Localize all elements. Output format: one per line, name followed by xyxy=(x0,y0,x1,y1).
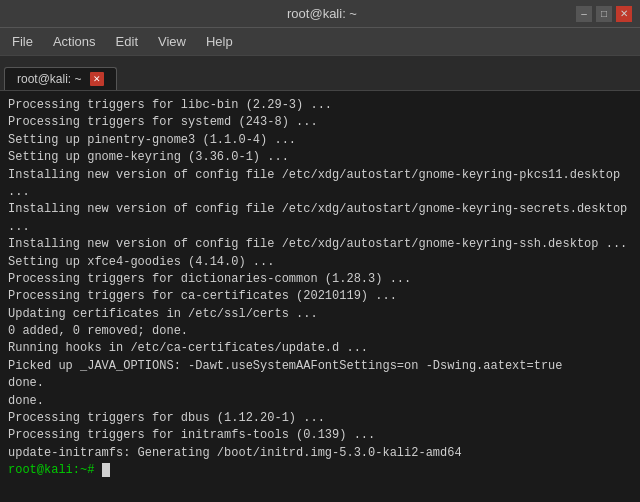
minimize-button[interactable]: – xyxy=(576,6,592,22)
terminal-line: Setting up pinentry-gnome3 (1.1.0-4) ... xyxy=(8,132,632,149)
terminal-line: Processing triggers for libc-bin (2.29-3… xyxy=(8,97,632,114)
terminal-line: Processing triggers for ca-certificates … xyxy=(8,288,632,305)
tab-close-button[interactable]: ✕ xyxy=(90,72,104,86)
menu-bar: File Actions Edit View Help xyxy=(0,28,640,56)
terminal-line: Setting up xfce4-goodies (4.14.0) ... xyxy=(8,254,632,271)
menu-view[interactable]: View xyxy=(150,31,194,52)
terminal-line: Setting up gnome-keyring (3.36.0-1) ... xyxy=(8,149,632,166)
terminal-line: Running hooks in /etc/ca-certificates/up… xyxy=(8,340,632,357)
tab-bar: root@kali: ~ ✕ xyxy=(0,56,640,90)
terminal-line: done. xyxy=(8,393,632,410)
terminal-line: Processing triggers for initramfs-tools … xyxy=(8,427,632,444)
terminal-line: update-initramfs: Generating /boot/initr… xyxy=(8,445,632,462)
terminal-line: Installing new version of config file /e… xyxy=(8,236,632,253)
menu-actions[interactable]: Actions xyxy=(45,31,104,52)
tab-root[interactable]: root@kali: ~ ✕ xyxy=(4,67,117,90)
menu-edit[interactable]: Edit xyxy=(108,31,146,52)
menu-file[interactable]: File xyxy=(4,31,41,52)
window-title: root@kali: ~ xyxy=(68,6,576,21)
cursor xyxy=(102,463,110,477)
terminal-line: Processing triggers for systemd (243-8) … xyxy=(8,114,632,131)
tab-label: root@kali: ~ xyxy=(17,72,82,86)
terminal-prompt: root@kali:~# xyxy=(8,462,632,479)
terminal-line: 0 added, 0 removed; done. xyxy=(8,323,632,340)
maximize-button[interactable]: □ xyxy=(596,6,612,22)
terminal-line: Installing new version of config file /e… xyxy=(8,201,632,236)
terminal-line: Installing new version of config file /e… xyxy=(8,167,632,202)
terminal-body[interactable]: Processing triggers for libc-bin (2.29-3… xyxy=(0,90,640,502)
title-bar: root@kali: ~ – □ ✕ xyxy=(0,0,640,28)
close-button[interactable]: ✕ xyxy=(616,6,632,22)
terminal-line: Processing triggers for dictionaries-com… xyxy=(8,271,632,288)
terminal-line: Updating certificates in /etc/ssl/certs … xyxy=(8,306,632,323)
terminal-line: Picked up _JAVA_OPTIONS: -Dawt.useSystem… xyxy=(8,358,632,375)
window-controls[interactable]: – □ ✕ xyxy=(576,6,632,22)
menu-help[interactable]: Help xyxy=(198,31,241,52)
terminal-line: Processing triggers for dbus (1.12.20-1)… xyxy=(8,410,632,427)
terminal-line: done. xyxy=(8,375,632,392)
